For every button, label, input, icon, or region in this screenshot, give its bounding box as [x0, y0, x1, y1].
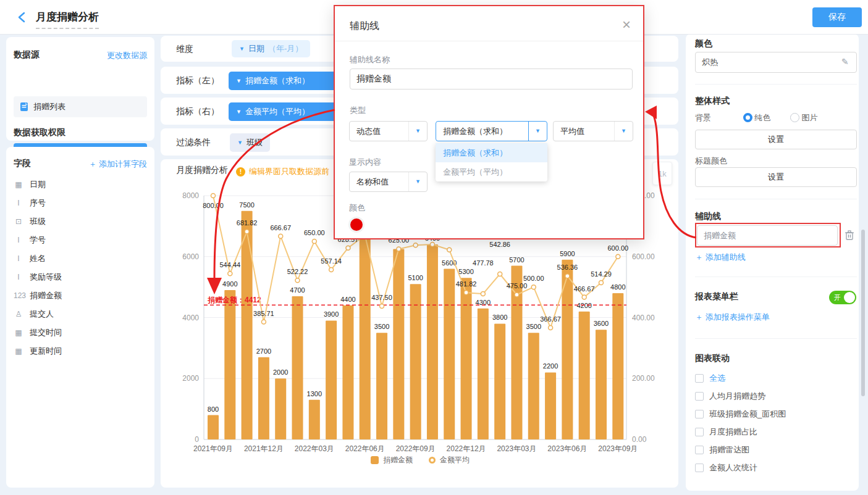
- theme-color-input[interactable]: [695, 52, 857, 73]
- field-item[interactable]: ⊡ 班级: [6, 212, 154, 231]
- chart-title: 月度捐赠分析: [176, 165, 228, 176]
- field-label: 提交人: [30, 309, 54, 320]
- field-item[interactable]: I 学号: [6, 231, 154, 249]
- edit-icon[interactable]: ✎: [841, 57, 849, 67]
- field-label: 姓名: [30, 253, 46, 264]
- radio-image[interactable]: 图片: [790, 113, 818, 122]
- chevron-down-icon: ▼: [408, 122, 427, 141]
- checkbox-icon: [695, 464, 704, 472]
- field-label: 捐赠金额: [30, 290, 62, 301]
- close-icon[interactable]: ×: [622, 16, 631, 33]
- field-label: 更新时间: [30, 346, 62, 357]
- modal-title: 辅助线: [350, 20, 379, 33]
- background-label: 背景: [695, 113, 711, 122]
- datasource-title: 数据源: [14, 49, 40, 60]
- chart-linkage-title: 图表联动: [695, 353, 857, 364]
- datasource-name: 捐赠列表: [33, 101, 65, 112]
- display-content-select[interactable]: 名称和值 ▼: [349, 172, 428, 192]
- chevron-down-icon: ▼: [236, 109, 242, 115]
- scrollbar-thumb[interactable]: [861, 230, 865, 396]
- background-row: 背景 纯色 图片: [695, 112, 857, 123]
- change-datasource-link[interactable]: 更改数据源: [107, 50, 147, 61]
- report-menu-toggle[interactable]: 开: [829, 291, 856, 304]
- calendar-icon: ▦: [14, 347, 23, 356]
- legend-item[interactable]: 金额平均: [429, 455, 470, 465]
- text-icon: I: [14, 273, 23, 281]
- chevron-down-icon: ▼: [237, 139, 243, 146]
- type-mode-select[interactable]: 动态值 ▼: [349, 121, 428, 141]
- field-label: 学号: [30, 235, 46, 246]
- filter-pill[interactable]: ▼ 班级: [230, 133, 270, 152]
- dropdown-option[interactable]: 捐赠金额（求和）: [436, 143, 547, 162]
- type-label: 类型: [350, 105, 366, 116]
- chevron-down-icon: ▼: [236, 78, 242, 84]
- field-item[interactable]: ♙ 提交人: [6, 305, 154, 323]
- plus-icon: ＋: [695, 312, 703, 322]
- chevron-down-icon: ▼: [614, 122, 633, 141]
- linkage-checkbox-item[interactable]: 月度捐赠占比: [695, 423, 857, 441]
- field-item[interactable]: I 奖励等级: [6, 268, 154, 286]
- field-item[interactable]: ▦ 更新时间: [6, 342, 154, 360]
- chart-legend: 捐赠金额 金额平均: [371, 455, 470, 465]
- overall-style-title: 整体样式: [695, 96, 857, 107]
- field-item[interactable]: ▦ 提交时间: [6, 323, 154, 342]
- auxline-modal: 辅助线 × 辅助线名称 类型 动态值 ▼ 捐赠金额（求和） ▼ 平均值 ▼ 捐赠…: [334, 5, 644, 239]
- fields-list: ▦ 日期 I 序号 ⊡ 班级 I 学号 I 姓名 I 奖励等级 123 捐赠金额: [6, 175, 154, 360]
- field-item[interactable]: 123 捐赠金额: [6, 286, 154, 305]
- auxline-item-input[interactable]: [697, 225, 838, 246]
- radio-solid-color[interactable]: 纯色: [743, 113, 771, 122]
- linkage-checkbox-item[interactable]: 全选: [695, 369, 857, 387]
- add-auxline-link[interactable]: ＋ 添加辅助线: [695, 252, 857, 263]
- checkbox-icon: [695, 428, 704, 436]
- title-color-label: 标题颜色: [695, 156, 857, 167]
- background-set-button[interactable]: 设置: [695, 130, 857, 149]
- row-limit-badge: 1k: [652, 162, 672, 185]
- back-icon[interactable]: [16, 11, 28, 23]
- legend-marker-icon: [429, 457, 436, 464]
- text-icon: I: [14, 199, 23, 207]
- color-section-title: 颜色: [695, 38, 857, 49]
- field-label: 序号: [30, 198, 46, 209]
- fields-panel: 字段 ＋ 添加计算字段 ▦ 日期 I 序号 ⊡ 班级 I 学号 I 姓名 I 奖…: [6, 147, 154, 488]
- text-icon: I: [14, 254, 23, 263]
- chevron-down-icon: ▼: [239, 46, 245, 52]
- text-icon: I: [14, 236, 23, 244]
- fields-title: 字段: [14, 158, 31, 169]
- field-item[interactable]: I 序号: [6, 194, 154, 212]
- legend-item[interactable]: 捐赠金额: [371, 455, 413, 465]
- checkbox-icon: [695, 374, 704, 383]
- chevron-down-icon: ▼: [408, 172, 427, 191]
- left-metric-label: 指标（左）: [176, 75, 219, 86]
- auxline-name-input[interactable]: [350, 69, 633, 89]
- warning-icon: !: [236, 167, 245, 177]
- dropdown-option[interactable]: 金额平均（平均）: [436, 162, 547, 181]
- type-metric-select[interactable]: 捐赠金额（求和） ▼: [436, 121, 547, 141]
- title-color-set-button[interactable]: 设置: [695, 167, 857, 187]
- color-swatch[interactable]: [350, 218, 363, 231]
- trash-icon[interactable]: [845, 230, 854, 241]
- field-item[interactable]: I 姓名: [6, 249, 154, 268]
- linkage-checkbox-item[interactable]: 人均月捐赠趋势: [695, 387, 857, 405]
- person-icon: ♙: [14, 310, 23, 318]
- display-content-label: 显示内容: [349, 157, 381, 168]
- linkage-checkbox-item[interactable]: 班级捐赠金额_面积图: [695, 405, 857, 423]
- radio-off-icon: [790, 113, 799, 122]
- datasource-item[interactable]: 捐赠列表: [14, 96, 147, 117]
- field-label: 班级: [30, 216, 46, 227]
- auxline-name-label: 辅助线名称: [350, 54, 390, 65]
- field-item[interactable]: ▦ 日期: [6, 175, 154, 194]
- legend-marker-icon: [371, 456, 379, 464]
- type-agg-select[interactable]: 平均值 ▼: [553, 121, 633, 141]
- field-label: 奖励等级: [30, 272, 62, 283]
- plus-icon: ＋: [88, 159, 96, 168]
- linkage-checkbox-item[interactable]: 金额人次统计: [695, 459, 857, 476]
- auxline-section-title: 辅助线: [695, 211, 857, 222]
- calendar-icon: ▦: [14, 328, 23, 337]
- checkbox-icon: [695, 410, 704, 418]
- dimension-pill[interactable]: ▼ 日期（年-月）: [232, 40, 310, 57]
- add-calc-field-link[interactable]: ＋ 添加计算字段: [88, 159, 147, 170]
- add-report-menu-link[interactable]: ＋ 添加报表操作菜单: [695, 312, 857, 323]
- linkage-checkbox-item[interactable]: 捐赠雷达图: [695, 441, 857, 459]
- save-button[interactable]: 保存: [812, 7, 862, 27]
- dimension-label: 维度: [176, 44, 193, 55]
